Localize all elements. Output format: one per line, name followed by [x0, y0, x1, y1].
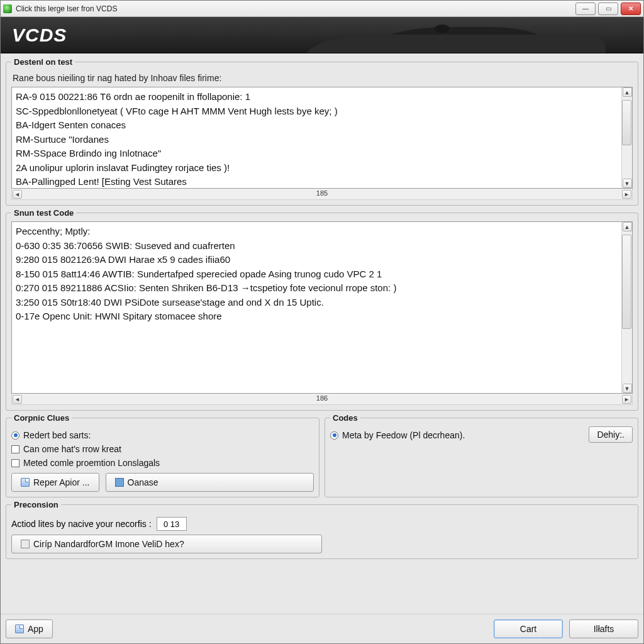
snun-vscroll-thumb[interactable] [622, 235, 631, 329]
snun-hscrollbar[interactable]: ◄ 186 ► [11, 394, 633, 405]
scroll-down-icon[interactable]: ▼ [623, 179, 632, 188]
codes-legend: Codes [330, 413, 360, 423]
precon-label: Actiod lites by nacive your necorfis : [11, 519, 152, 529]
scroll-right-icon[interactable]: ► [622, 395, 631, 404]
panel-snun-code: Snun test Code Peccenthy; Mptly: 0-630 0… [6, 208, 638, 411]
corpnic-opt3-label: Meted comle proemtion Lonslagals [23, 458, 160, 468]
scroll-right-icon[interactable]: ► [622, 190, 631, 199]
app-window: Click this lerge lser fron VCDS — ▭ ✕ VC… [0, 0, 644, 644]
dehy-label: Dehiy:. [597, 430, 625, 440]
square-icon [115, 478, 124, 487]
precon-value-input[interactable] [157, 517, 187, 531]
dehy-button[interactable]: Dehiy:. [589, 426, 633, 443]
desten-vscroll-thumb[interactable] [622, 100, 631, 145]
checkbox-icon[interactable] [11, 445, 19, 453]
snun-vscrollbar[interactable]: ▲ ▼ [621, 222, 632, 393]
desten-hscrollbar[interactable]: ◄ 185 ► [11, 189, 633, 200]
panel-snun-legend: Snun test Code [11, 208, 76, 218]
window-title: Click this lerge lser fron VCDS [16, 4, 575, 13]
cart-button[interactable]: Cart [494, 619, 563, 638]
reper-apior-label: Reper Apior ... [33, 477, 90, 487]
codes-opt1-label: Meta by Feedow (Pl decrhean). [342, 430, 465, 440]
oanase-button[interactable]: Oanase [106, 473, 314, 492]
banner: VCDS [1, 17, 643, 53]
cirip-button[interactable]: Ciríp NandardforGM Imone VeliD hex? [11, 535, 322, 553]
maximize-icon: ▭ [606, 5, 611, 12]
app-icon [3, 4, 12, 13]
panel-corpnic: Corpnic Clues Redert bed sarts: Can ome … [6, 413, 319, 497]
panel-precon: Preconsion Actiod lites by nacive your n… [6, 500, 638, 559]
maximize-button[interactable]: ▭ [598, 3, 618, 15]
corpnic-opt1-label: Redert bed sarts: [23, 430, 91, 440]
document-icon [15, 625, 24, 633]
document-icon [21, 478, 30, 487]
radio-icon[interactable] [330, 431, 338, 440]
panel-codes: Codes Meta by Feedow (Pl decrhean). Dehi… [325, 413, 638, 497]
scroll-up-icon[interactable]: ▲ [623, 87, 632, 97]
scroll-up-icon[interactable]: ▲ [623, 222, 632, 231]
corpnic-legend: Corpnic Clues [11, 413, 72, 423]
close-button[interactable]: ✕ [621, 3, 641, 15]
codes-opt-meta[interactable]: Meta by Feedow (Pl decrhean). [330, 430, 465, 440]
ilafts-button[interactable]: Ilłafts [569, 619, 638, 638]
app-button[interactable]: App [6, 619, 53, 638]
car-silhouette [279, 17, 606, 53]
desten-vscrollbar[interactable]: ▲ ▼ [621, 87, 632, 188]
corpnic-opt-meted[interactable]: Meted comle proemtion Lonslagals [11, 458, 314, 468]
scroll-left-icon[interactable]: ◄ [13, 395, 22, 404]
window-buttons: — ▭ ✕ [575, 3, 641, 15]
desten-hscroll-label: 185 [316, 189, 328, 197]
brand-logo: VCDS [12, 25, 67, 46]
checkbox-icon[interactable] [11, 459, 19, 467]
oanase-label: Oanase [128, 477, 158, 487]
precon-actiod-row: Actiod lites by nacive your necorfis : [11, 517, 633, 531]
content-area: Destenl on test Rane bous nieiling tir n… [1, 53, 643, 614]
desten-textpane-wrap: RA-9 015 00221:86 T6 ordn ae roopenilt i… [11, 87, 633, 189]
close-icon: ✕ [628, 5, 633, 12]
cirip-label: Ciríp NandardforGM Imone VeliD hex? [33, 539, 184, 549]
app-button-label: App [28, 624, 43, 634]
reper-apior-button[interactable]: Reper Apior ... [11, 473, 99, 492]
corpnic-opt2-label: Can ome hat's rrow kreat [23, 444, 121, 454]
corpnic-opt-can[interactable]: Can ome hat's rrow kreat [11, 444, 314, 454]
radio-icon[interactable] [11, 431, 19, 440]
panel-desten-test: Destenl on test Rane bous nieiling tir n… [6, 57, 638, 206]
options-row: Corpnic Clues Redert bed sarts: Can ome … [6, 413, 638, 497]
scroll-left-icon[interactable]: ◄ [13, 190, 22, 199]
minimize-icon: — [582, 5, 589, 12]
cart-label: Cart [520, 624, 536, 634]
ilafts-label: Ilłafts [594, 624, 614, 634]
snun-hscroll-label: 186 [316, 394, 328, 402]
titlebar: Click this lerge lser fron VCDS — ▭ ✕ [1, 1, 643, 17]
corpnic-opt-redert[interactable]: Redert bed sarts: [11, 430, 314, 440]
chip-icon [21, 540, 30, 548]
desten-hint: Rane bous nieiling tir nag hated by Inho… [13, 73, 633, 83]
corpnic-buttons: Reper Apior ... Oanase [11, 473, 314, 492]
footer: App Cart Ilłafts [1, 614, 643, 643]
snun-textpane-wrap: Peccenthy; Mptly: 0-630 0:35 36:70656 SW… [11, 221, 633, 394]
desten-textpane[interactable]: RA-9 015 00221:86 T6 ordn ae roopenilt i… [11, 87, 633, 189]
scroll-down-icon[interactable]: ▼ [623, 384, 632, 393]
snun-textpane[interactable]: Peccenthy; Mptly: 0-630 0:35 36:70656 SW… [11, 221, 633, 394]
precon-legend: Preconsion [11, 500, 61, 509]
panel-desten-legend: Destenl on test [11, 57, 75, 67]
minimize-button[interactable]: — [575, 3, 596, 15]
